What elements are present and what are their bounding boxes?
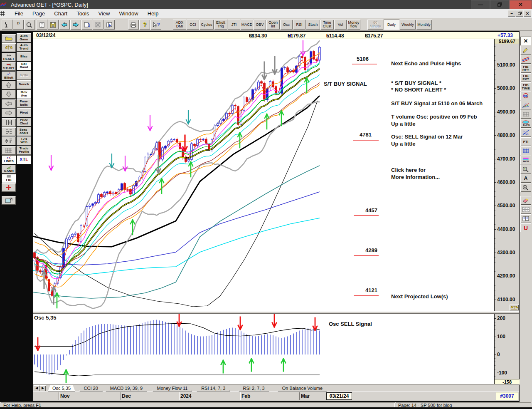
quote-scales-button[interactable] [2, 43, 16, 52]
indicator-stoch[interactable]: Stoch [306, 20, 320, 30]
study-para--bolic[interactable]: Para- bolic [17, 99, 31, 108]
ellipse-tool[interactable]: ELiPS [520, 119, 531, 128]
scroll-right-button[interactable] [2, 109, 16, 117]
price-axis[interactable]: 5199.67 5100.005000.004900.004800.004700… [494, 39, 519, 311]
study-auto-gann[interactable]: Auto Gann [17, 33, 31, 42]
zoom-tool[interactable] [520, 183, 531, 192]
study-auto-trend[interactable]: Auto Trend [17, 43, 31, 52]
study-seas--onals[interactable]: Seas- onals [17, 127, 31, 136]
oscillator-axis[interactable]: -158 2001000-100 [494, 314, 519, 384]
study-bias[interactable]: Bias [17, 52, 31, 61]
fib-retracement-tool[interactable]: FIB RET [520, 64, 531, 73]
timeframe-daily[interactable]: Daily [384, 20, 399, 30]
fib-button[interactable]: FIB [2, 174, 16, 183]
chart-link-icon[interactable] [2, 20, 12, 30]
document-icon[interactable] [0, 11, 10, 17]
study-mov-ave[interactable]: Mov Ave [17, 89, 31, 99]
tab-macd-19-39-9[interactable]: MACD 19, 39, 9 [106, 385, 147, 392]
bar-spacing-button[interactable] [2, 118, 16, 127]
timeframe-60-minute[interactable]: 60 Minute [367, 20, 383, 30]
search-icon[interactable] [24, 20, 35, 30]
close-button[interactable]: ✕ [509, 0, 532, 9]
menu-window[interactable]: Window [114, 10, 143, 17]
magnet-u-tool[interactable]: U [520, 223, 531, 232]
timeframe-monthly[interactable]: Monthly [416, 20, 432, 30]
indicator-jti[interactable]: JTI [228, 20, 240, 30]
axis-settings-icon[interactable] [510, 305, 519, 310]
pattern-tool[interactable] [520, 205, 531, 214]
tab-osc-5-35[interactable]: Osc 5,35 [48, 385, 75, 392]
fan-lines-tool[interactable] [520, 101, 531, 109]
menu-view[interactable]: View [94, 10, 114, 17]
quotes-icon[interactable]: ” [13, 20, 24, 30]
menu-file[interactable]: File [10, 10, 28, 17]
more-info-link[interactable]: Click here for [391, 167, 426, 173]
child-close-button[interactable]: ✕ [524, 10, 531, 17]
scroll-down-button[interactable] [2, 90, 16, 99]
fib-circle-tool[interactable]: FIB [520, 92, 531, 100]
tab-rsi-14-7-3[interactable]: RSI 14, 7, 3 [197, 385, 230, 392]
tab-rsi-2-7-3[interactable]: RSI 2, 7, 3 [239, 385, 269, 392]
context-help-icon[interactable]: ? [150, 20, 161, 30]
save-layout-button[interactable] [2, 196, 16, 205]
indicator-obv[interactable]: OBV [254, 20, 266, 30]
timeframe-weekly[interactable]: Weekly [400, 20, 416, 30]
bar-sort-button[interactable] [2, 136, 16, 145]
new-page-icon[interactable] [37, 20, 47, 30]
fib-time-tool[interactable]: FIB TIME [520, 82, 531, 91]
eraser-tool[interactable] [520, 196, 531, 205]
tab-scroll-left[interactable]: ◀ [34, 385, 39, 391]
angle-arrows-tool[interactable] [520, 128, 531, 137]
tab-money-flow-11[interactable]: Money Flow 11 [153, 385, 192, 392]
more-info-link[interactable]: More Information... [391, 174, 440, 180]
indicator-open-int[interactable]: Open Int [266, 20, 280, 30]
matrix-tool[interactable] [520, 146, 531, 155]
scroll-left-button[interactable] [2, 99, 16, 108]
indicator-osc[interactable]: Osc [280, 20, 293, 30]
delete-page-icon[interactable] [93, 20, 103, 30]
crosshair-button[interactable] [2, 183, 16, 192]
price-chart-area[interactable]: S/T BUY SIGNALNext Echo and Pulse Highs*… [33, 39, 494, 311]
open-chart-button[interactable] [2, 34, 16, 43]
study-button[interactable]: STUDY [2, 62, 16, 71]
indicator-cycles[interactable]: Cycles [200, 20, 214, 30]
study-tjs-web[interactable]: TJ's Web [17, 136, 31, 146]
save-icon[interactable] [48, 20, 59, 30]
indicator-adx-dmi[interactable]: ADX DMI [173, 20, 186, 30]
bar-compress-button[interactable] [2, 127, 16, 136]
info-search-tool[interactable]: 1 [520, 165, 531, 174]
study-donch[interactable]: Donch [17, 80, 31, 89]
grid-toggle-button[interactable] [2, 146, 16, 155]
pencil-tool[interactable] [520, 46, 531, 55]
fib-extension-tool[interactable]: FIB EXT [520, 73, 531, 82]
study-pivot[interactable]: Pivot [17, 108, 31, 117]
menu-tools[interactable]: Tools [72, 10, 94, 17]
lines-button[interactable]: LINES [2, 155, 16, 164]
title-bar[interactable]: Advanced GET - [^GSPC, Daily] — ✕ [0, 0, 532, 9]
help-icon[interactable]: ? [139, 20, 150, 30]
mob-tool[interactable]: MOB [520, 156, 531, 164]
indicator-money-flow[interactable]: Money flow [347, 20, 360, 30]
study-delta[interactable]: Delta [17, 71, 31, 80]
menu-chart[interactable]: Chart [49, 10, 72, 17]
indicator-rsi[interactable]: RSI [293, 20, 305, 30]
tab-cci-20[interactable]: CCI 20 [79, 385, 103, 392]
restore-button[interactable] [490, 0, 509, 9]
grid-tool[interactable] [520, 110, 531, 119]
study-trade-profile[interactable]: Trade Profile [17, 146, 31, 155]
tab-on-balance-volume[interactable]: On Balance Volume [278, 385, 327, 392]
indicator-cci[interactable]: CCI [187, 20, 199, 30]
study-xtl[interactable]: XTL [17, 155, 31, 164]
study-price-clust[interactable]: Price Clust [17, 118, 31, 127]
indicator-macd[interactable]: MACD [241, 20, 253, 30]
forward-icon[interactable] [70, 20, 81, 30]
elliott-button[interactable]: Elliott [2, 72, 16, 80]
reset-button[interactable]: RESET [2, 53, 16, 62]
scroll-up-button[interactable] [2, 81, 16, 89]
refresh-page-icon[interactable] [81, 20, 92, 30]
pages-icon[interactable] [104, 20, 115, 30]
tab-scroll-right[interactable]: ▶ [40, 385, 46, 391]
study-bol-band[interactable]: Bol Band [17, 62, 31, 71]
trend-lines-tool[interactable] [520, 55, 531, 64]
menu-page[interactable]: Page [28, 10, 49, 17]
